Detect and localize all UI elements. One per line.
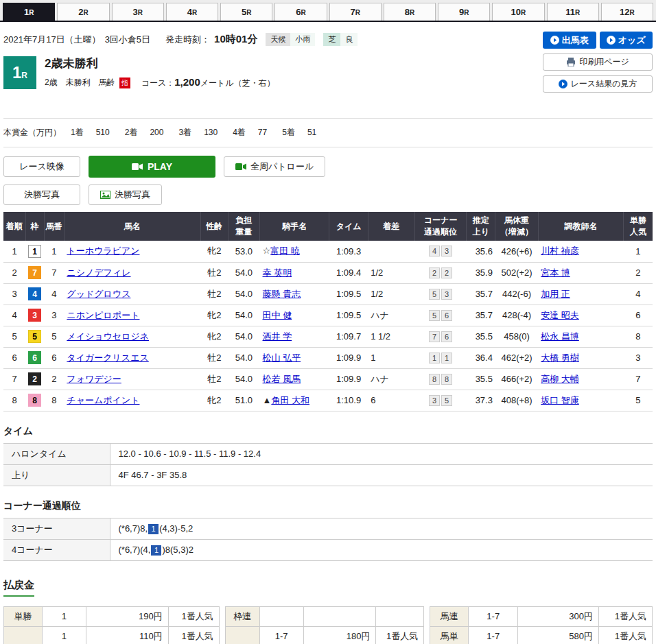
last-3f: 35.6: [467, 241, 495, 262]
entries-button[interactable]: 出馬表: [543, 32, 596, 49]
play-button[interactable]: PLAY: [89, 156, 215, 178]
finish-photo-button[interactable]: 決勝写真: [89, 184, 162, 205]
trainer-link[interactable]: 宮本 博: [541, 267, 570, 278]
jockey-link[interactable]: 藤懸 貴志: [263, 289, 301, 299]
horse-weight: 458(0): [495, 326, 538, 347]
race-date: 2021年7月17日（土曜）: [3, 34, 101, 46]
horse-number: 5: [44, 326, 64, 347]
carried-weight: 54.0: [228, 262, 259, 283]
horse-name-link[interactable]: チャームポイント: [67, 395, 139, 405]
last-furlongs-value: 4F 46.7 - 3F 35.8: [110, 464, 653, 486]
jockey-link[interactable]: 角田 大和: [271, 395, 309, 405]
frame-badge: 4: [28, 287, 41, 300]
apprentice-mark: ▲: [263, 395, 272, 405]
print-button[interactable]: 印刷用ページ: [543, 53, 653, 71]
col-header-sexage: 性齢: [200, 212, 228, 241]
carried-weight: 54.0: [228, 326, 259, 347]
race-video-label[interactable]: レース映像: [3, 156, 80, 177]
trainer-link[interactable]: 安達 昭夫: [541, 310, 579, 320]
tab-race-9[interactable]: 9R: [438, 3, 490, 21]
horse-name-link[interactable]: ニシノデフィレ: [67, 267, 130, 278]
corner-order: 11: [414, 347, 466, 368]
frame-badge: 5: [28, 330, 41, 343]
horse-name-link[interactable]: グッドグロウス: [67, 289, 130, 299]
tab-race-5[interactable]: 5R: [220, 3, 272, 21]
trainer-link[interactable]: 加用 正: [541, 289, 570, 299]
tab-race-11[interactable]: 11R: [547, 3, 599, 21]
horse-number: 2: [44, 368, 64, 390]
trainer-link[interactable]: 大橋 勇樹: [541, 353, 579, 363]
trainer-link[interactable]: 川村 禎彦: [541, 246, 579, 256]
win-popularity: 5: [624, 390, 653, 411]
odds-button[interactable]: オッズ: [600, 32, 653, 49]
results-guide-button[interactable]: レース結果の見方: [543, 75, 653, 93]
tab-race-1[interactable]: 1R: [3, 3, 55, 21]
corner-table: 3コーナー (*6,7)8,1(4,3)-5,2 4コーナー (*6,7)(4,…: [3, 518, 653, 561]
sex-age: 牝2: [200, 305, 228, 326]
winner-highlight: 1: [148, 524, 159, 534]
tab-race-7[interactable]: 7R: [329, 3, 382, 21]
tab-race-12[interactable]: 12R: [601, 3, 653, 21]
turf-condition-value: 良: [340, 33, 358, 46]
race-time: 1:09.3: [329, 241, 368, 262]
tab-race-3[interactable]: 3R: [112, 3, 164, 21]
sex-age: 牡2: [200, 347, 228, 368]
prize-row: 本賞金（万円） 1着510 2着200 3着130 4着77 5着51: [3, 127, 653, 139]
start-time-label: 発走時刻：: [165, 34, 210, 46]
jockey-link[interactable]: 田中 健: [263, 310, 292, 320]
jockey-link[interactable]: 松山 弘平: [263, 353, 301, 363]
win-popularity: 3: [624, 347, 653, 368]
race-title: 2歳未勝利: [45, 56, 275, 71]
trainer-link[interactable]: 坂口 智康: [541, 395, 579, 405]
last-3f: 35.5: [467, 368, 495, 390]
circle-arrow-icon: [559, 80, 567, 88]
time-table: ハロンタイム 12.0 - 10.6 - 10.9 - 11.5 - 11.9 …: [3, 443, 653, 486]
jockey-link[interactable]: 松若 風馬: [263, 374, 301, 384]
tab-race-4[interactable]: 4R: [166, 3, 218, 21]
col-header-horseweight: 馬体重 （増減）: [495, 212, 538, 241]
carried-weight: 54.0: [228, 368, 259, 390]
weather-badge: 天候 小雨: [266, 33, 315, 46]
margin: 1 1/2: [368, 326, 414, 347]
payout-table-exotics: 馬連 1-7 300円 1番人気 馬単 1-7 580円 1番人気 3連複 1-…: [430, 606, 653, 644]
tab-race-2[interactable]: 2R: [57, 3, 109, 21]
horse-name-link[interactable]: タイガークリスエス: [67, 353, 148, 363]
jockey-link[interactable]: 幸 英明: [263, 267, 292, 278]
prize-label: 本賞金（万円）: [3, 127, 61, 139]
jockey-link[interactable]: 富田 暁: [270, 246, 300, 256]
finish-position: 4: [3, 305, 25, 326]
jockey-link[interactable]: 酒井 学: [263, 331, 292, 342]
patrol-button[interactable]: 全周パトロール: [224, 156, 325, 177]
race-time: 1:09.5: [329, 283, 368, 305]
result-row: 6 6 6 タイガークリスエス 牡2 54.0 松山 弘平 1:09.9 1 1…: [3, 347, 653, 368]
horse-name-link[interactable]: ニホンピロポート: [67, 310, 139, 320]
horse-name-link[interactable]: トーホウラビアン: [67, 246, 139, 256]
payout-tables: 単勝 1 190円 1番人気 複勝 1 110円 1番人気 7 120円 2番人…: [3, 606, 653, 644]
horse-weight: 442(-6): [495, 283, 538, 305]
race-number-badge: 1 R: [3, 56, 36, 89]
col-header-corners: コーナー 通過順位: [414, 212, 466, 241]
finish-photo-label[interactable]: 決勝写真: [3, 184, 80, 205]
quinella-label: 馬連: [430, 606, 469, 626]
place-label: 複勝: [4, 626, 43, 644]
horse-name-link[interactable]: メイショウセロジネ: [67, 331, 149, 342]
furlong-time-label: ハロンタイム: [3, 443, 110, 464]
tab-race-6[interactable]: 6R: [274, 3, 327, 21]
tab-race-10[interactable]: 10R: [492, 3, 544, 21]
apprentice-mark: ☆: [263, 246, 271, 256]
margin: 1/2: [368, 283, 414, 305]
trainer-link[interactable]: 高柳 大輔: [541, 374, 579, 384]
col-header-number: 馬番: [44, 212, 64, 241]
trainer-link[interactable]: 松永 昌博: [541, 331, 579, 342]
col-header-frame: 枠: [25, 212, 44, 241]
corner3-order: (*6,7)8,1(4,3)-5,2: [110, 518, 653, 539]
result-row: 2 7 7 ニシノデフィレ 牡2 54.0 幸 英明 1:09.4 1/2 22…: [3, 262, 653, 283]
race-time: 1:09.9: [329, 368, 368, 390]
turf-condition-badge: 芝 良: [323, 33, 358, 46]
sex-age: 牡2: [200, 262, 228, 283]
col-header-trainer: 調教師名: [538, 212, 624, 241]
finish-position: 3: [3, 283, 25, 305]
margin: ハナ: [368, 305, 414, 326]
horse-name-link[interactable]: フォワデジー: [67, 374, 121, 384]
tab-race-8[interactable]: 8R: [384, 3, 436, 21]
